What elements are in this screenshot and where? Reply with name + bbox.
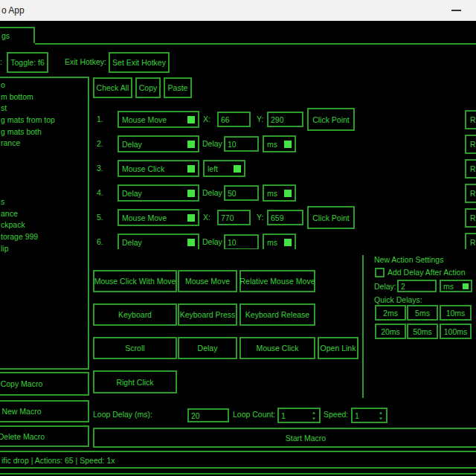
loop-count-value: 1 xyxy=(281,411,286,420)
mouse-move-button[interactable]: Mouse Move xyxy=(178,270,237,292)
quick-delay-10ms-button[interactable]: 10ms xyxy=(440,305,472,321)
macro-list-item[interactable]: g mats both xyxy=(1,126,88,138)
set-exit-hotkey-button[interactable]: Set Exit Hotkey xyxy=(109,52,170,73)
delay-input[interactable]: 50 xyxy=(224,185,259,201)
loop-count-spinner[interactable]: 1 xyxy=(277,408,321,423)
remove-button[interactable]: R xyxy=(465,110,476,129)
macro-list-item[interactable]: m bottom xyxy=(1,91,88,103)
mouse-click-button[interactable]: Mouse Click xyxy=(239,337,315,359)
macro-list-item[interactable] xyxy=(1,149,88,161)
loop-delay-input[interactable]: 20 xyxy=(187,408,229,422)
y-label: Y: xyxy=(257,115,263,123)
macro-list-item[interactable]: s xyxy=(1,196,88,208)
spinner-arrows-icon[interactable] xyxy=(379,411,382,419)
remove-button[interactable]: R xyxy=(465,135,476,154)
keyboard-press-button[interactable]: Keyboard Press xyxy=(178,303,237,326)
speed-spinner[interactable]: 1 xyxy=(351,408,387,423)
remove-button[interactable]: R xyxy=(465,233,476,249)
macro-list-item[interactable]: o xyxy=(1,80,88,91)
right-click-button[interactable]: Right Click xyxy=(93,370,177,393)
quick-delay-100ms-button[interactable]: 100ms xyxy=(440,324,472,339)
x-label: X: xyxy=(203,213,210,222)
quick-delay-20ms-button[interactable]: 20ms xyxy=(375,324,406,339)
loop-delay-value: 20 xyxy=(191,411,200,420)
action-type-dropdown[interactable]: Delay xyxy=(118,135,199,152)
action-type-value: Mouse Click xyxy=(122,164,164,173)
macro-list-item[interactable]: ckpack xyxy=(1,219,88,231)
macro-list-item[interactable]: rance xyxy=(1,138,88,149)
macro-list-item[interactable] xyxy=(1,173,88,185)
delay-value: 50 xyxy=(228,189,237,198)
remove-button[interactable]: R xyxy=(465,208,476,228)
dropdown-square-icon xyxy=(234,165,241,173)
x-input[interactable]: 66 xyxy=(217,112,251,127)
delay-unit-dropdown[interactable]: ms xyxy=(263,184,296,202)
relative-mouse-move-button[interactable]: Relative Mouse Move xyxy=(239,270,315,292)
delay-unit-dropdown[interactable]: ms xyxy=(263,135,296,152)
copy-button[interactable]: Copy xyxy=(135,77,161,98)
copy-macro-button[interactable]: Copy Macro xyxy=(0,372,89,396)
action-type-dropdown[interactable]: Mouse Click xyxy=(118,160,199,177)
remove-button[interactable]: R xyxy=(465,159,476,178)
delay-value: 10 xyxy=(228,140,237,149)
mouse-button-dropdown[interactable]: left xyxy=(203,160,245,177)
y-label: Y: xyxy=(257,213,263,222)
delay-button[interactable]: Delay xyxy=(178,337,237,359)
macro-list-item[interactable]: st xyxy=(1,103,88,115)
x-input[interactable]: 770 xyxy=(217,210,251,225)
dropdown-square-icon xyxy=(187,165,195,173)
add-delay-checkbox[interactable] xyxy=(375,268,385,277)
delay-unit-dropdown[interactable]: ms xyxy=(263,234,296,249)
check-all-button[interactable]: Check All xyxy=(93,77,132,98)
new-macro-button[interactable]: New Macro xyxy=(0,400,89,422)
add-delay-checkbox-label: Add Delay After Action xyxy=(387,268,465,277)
macro-list-item[interactable]: g mats from top xyxy=(1,115,88,126)
start-macro-button[interactable]: Start Macro xyxy=(93,428,476,448)
delay-unit-value: ms xyxy=(267,238,277,247)
scroll-button[interactable]: Scroll xyxy=(93,337,177,359)
row-number: 3. xyxy=(97,164,103,173)
action-type-value: Delay xyxy=(122,140,142,149)
remove-button[interactable]: R xyxy=(465,184,476,203)
click-point-button[interactable]: Click Point xyxy=(307,206,355,229)
spinner-arrows-icon[interactable] xyxy=(312,411,315,419)
tab-settings[interactable]: gs xyxy=(0,27,35,43)
delay-input[interactable]: 10 xyxy=(224,234,259,249)
macro-list-item[interactable] xyxy=(1,161,88,173)
x-label: X: xyxy=(203,115,210,123)
y-input[interactable]: 659 xyxy=(267,210,303,225)
x-value: 66 xyxy=(221,115,230,124)
keyboard-release-button[interactable]: Keyboard Release xyxy=(239,303,315,326)
y-input[interactable]: 290 xyxy=(267,112,303,127)
dropdown-square-icon xyxy=(284,239,292,246)
action-type-dropdown[interactable]: Delay xyxy=(118,234,199,249)
macro-list-item[interactable]: lip xyxy=(1,243,88,255)
delay-label: Delay xyxy=(202,188,222,197)
window-title: o App xyxy=(1,5,25,16)
mouse-click-with-move-button[interactable]: Mouse Click With Move xyxy=(93,270,177,292)
mouse-button-value: left xyxy=(208,164,218,173)
macro-list-items[interactable]: om bottomstg mats from topg mats bothran… xyxy=(0,78,88,254)
open-link-button[interactable]: Open Link xyxy=(318,337,358,359)
minimize-icon[interactable] xyxy=(451,10,461,11)
delete-macro-button[interactable]: Delete Macro xyxy=(0,425,89,447)
dropdown-square-icon xyxy=(187,214,195,222)
new-delay-unit-dropdown[interactable]: ms xyxy=(440,280,472,292)
quick-delay-5ms-button[interactable]: 5ms xyxy=(407,305,438,321)
loop-delay-label: Loop Delay (ms): xyxy=(93,410,152,419)
action-type-dropdown[interactable]: Delay xyxy=(118,184,199,202)
quick-delay-50ms-button[interactable]: 50ms xyxy=(407,324,438,339)
macro-list-item[interactable]: ance xyxy=(1,208,88,220)
toggle-hotkey-button[interactable]: Toggle: f6 xyxy=(7,52,48,73)
paste-button[interactable]: Paste xyxy=(164,77,192,98)
macro-list[interactable]: om bottomstg mats from topg mats bothran… xyxy=(0,77,89,370)
macro-list-item[interactable]: torage 999 xyxy=(1,231,88,243)
quick-delay-2ms-button[interactable]: 2ms xyxy=(375,305,406,321)
action-type-dropdown[interactable]: Mouse Move xyxy=(118,111,199,128)
delay-input[interactable]: 10 xyxy=(224,136,259,152)
action-type-dropdown[interactable]: Mouse Move xyxy=(118,209,199,226)
new-delay-input[interactable]: 2 xyxy=(397,280,437,292)
keyboard-button[interactable]: Keyboard xyxy=(93,303,177,326)
macro-list-item[interactable] xyxy=(1,184,88,196)
click-point-button[interactable]: Click Point xyxy=(307,108,355,131)
